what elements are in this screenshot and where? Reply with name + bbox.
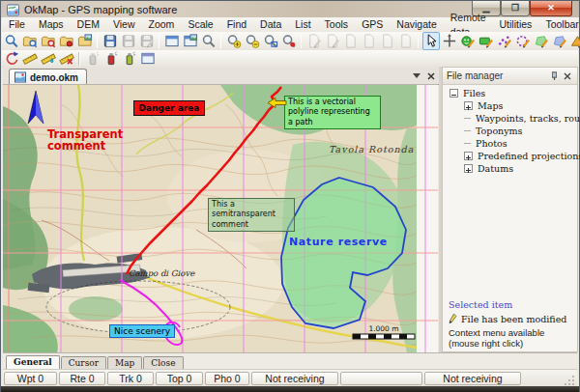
tree-item-predefined-projections[interactable]: Predefined projections xyxy=(443,150,577,162)
menu-tools[interactable]: Tools xyxy=(318,17,356,32)
load-image-button[interactable] xyxy=(76,32,94,50)
copy-button[interactable] xyxy=(163,32,181,50)
zoom-scale-button[interactable] xyxy=(280,32,298,50)
transparent-comment-label[interactable]: Transparent comment xyxy=(47,128,123,153)
map-canvas[interactable]: 1.000 m Campo di Giove Tavola Rotonda Da… xyxy=(3,84,438,353)
panel-close-icon[interactable] xyxy=(561,70,573,82)
load-recent-map-button[interactable] xyxy=(58,32,75,50)
context-menu-hint: Context menu available (mouse right clic… xyxy=(449,327,575,349)
status-bar: Wpt 0Rte 0Trk 0Top 0Pho 0Not receivingNo… xyxy=(3,369,577,387)
menu-navigate[interactable]: Navigate xyxy=(390,17,443,32)
toolbar-separator xyxy=(159,35,160,48)
paste-button[interactable] xyxy=(182,32,199,50)
expand-icon[interactable] xyxy=(464,152,473,160)
menu-zoom[interactable]: Zoom xyxy=(142,17,182,32)
app-window: OkMap - GPS mapping software ▁ ❐ ✕ FileM… xyxy=(0,0,580,392)
menu-scale[interactable]: Scale xyxy=(181,17,219,32)
status-top-0: Top 0 xyxy=(156,372,203,385)
realtime-log-button[interactable] xyxy=(121,49,138,68)
tree-connector xyxy=(464,130,471,131)
new-comment-button[interactable] xyxy=(478,32,495,50)
tree-item-waypoints-tracks-routes[interactable]: Waypoints, tracks, routes xyxy=(443,112,577,125)
preview-button[interactable] xyxy=(200,32,218,50)
zoom-window-button[interactable] xyxy=(262,32,279,50)
resize-grip[interactable] xyxy=(564,374,575,385)
tab-list-dropdown[interactable] xyxy=(410,70,422,82)
tree-item-label: Datums xyxy=(478,163,513,174)
ruler-area-button[interactable] xyxy=(40,49,57,68)
pin-icon[interactable] xyxy=(548,70,561,82)
expand-icon[interactable] xyxy=(464,101,473,110)
nice-scenery-label[interactable]: Nice scenery xyxy=(109,324,175,338)
danger-area-label[interactable]: Danger area xyxy=(133,100,205,116)
vector-polyline-note[interactable]: This is a vectorial polyline representin… xyxy=(284,96,381,129)
modified-status: File has been modified xyxy=(461,314,566,324)
ruler-button[interactable] xyxy=(21,49,39,68)
menu-find[interactable]: Find xyxy=(220,17,253,32)
tree-item-maps[interactable]: Maps xyxy=(443,99,577,112)
tree-item-label: Toponyms xyxy=(476,126,523,136)
map-file-icon xyxy=(14,71,26,83)
new-track-button[interactable] xyxy=(496,32,513,50)
nature-reserve-label[interactable]: Nature reserve xyxy=(289,236,388,248)
tree-item-label: Photos xyxy=(476,138,508,149)
menu-bar: FileMapsDEMViewZoomScaleFindDataListTool… xyxy=(2,17,578,33)
status-empty xyxy=(340,372,422,385)
new-polygon-button[interactable] xyxy=(551,32,568,50)
menu-dem[interactable]: DEM xyxy=(71,17,106,32)
menu-maps[interactable]: Maps xyxy=(32,17,71,32)
menu-toolbar[interactable]: Toolbar xyxy=(538,17,580,32)
ruler-clear-button[interactable] xyxy=(58,49,75,68)
status-trk-0: Trk 0 xyxy=(107,372,154,385)
menu-view[interactable]: View xyxy=(106,17,142,32)
tab-label: demo.okm xyxy=(30,72,78,83)
zoom-out-button[interactable] xyxy=(244,32,261,50)
tree-item-datums[interactable]: Datums xyxy=(443,162,577,175)
grid-config-button[interactable] xyxy=(139,49,157,68)
semitransparent-comment[interactable]: This a semitransparent comment xyxy=(208,198,295,232)
bottom-tab-general[interactable]: General xyxy=(6,355,60,370)
move-point-button[interactable] xyxy=(441,32,458,50)
menu-utilities[interactable]: Utilities xyxy=(493,17,539,32)
pencil-icon xyxy=(449,313,457,324)
tree-item-toponyms[interactable]: Toponyms xyxy=(443,125,577,137)
tree-connector xyxy=(464,118,471,119)
new-route-button[interactable] xyxy=(514,32,532,50)
maximize-button[interactable]: ❐ xyxy=(501,1,530,16)
status-pho-0: Pho 0 xyxy=(205,372,249,385)
bottom-tab-cursor[interactable]: Cursor xyxy=(61,356,106,370)
new-triangle-button[interactable] xyxy=(569,32,580,50)
toolbar-separator xyxy=(301,35,302,48)
bottom-tab-map[interactable]: Map xyxy=(107,356,142,370)
expand-icon[interactable] xyxy=(464,164,473,173)
bottom-tab-bar: GeneralCursorMapClose xyxy=(3,352,577,370)
tree-item-files[interactable]: Files xyxy=(443,87,577,99)
zoom-in-button[interactable] xyxy=(225,32,243,50)
select-button[interactable] xyxy=(422,32,440,50)
tree-item-photos[interactable]: Photos xyxy=(443,137,577,150)
load-map-online-button[interactable] xyxy=(40,32,57,50)
calibrate-button[interactable] xyxy=(3,49,20,68)
window-title: OkMap - GPS mapping software xyxy=(24,4,177,15)
menu-list[interactable]: List xyxy=(288,17,317,32)
file-manager-panel: File manager FilesMapsWaypoints, tracks,… xyxy=(442,67,578,352)
collapse-icon[interactable] xyxy=(450,89,458,98)
file-manager-header: File manager xyxy=(443,68,577,85)
toolbar-separator xyxy=(418,35,419,48)
toolbar-edit xyxy=(2,50,578,68)
open-map-button[interactable] xyxy=(3,32,20,50)
download-gps-button[interactable] xyxy=(102,49,120,68)
menu-gps[interactable]: GPS xyxy=(355,17,390,32)
menu-file[interactable]: File xyxy=(2,17,32,32)
upload-gps-button xyxy=(84,49,102,68)
load-map-file-button[interactable] xyxy=(21,32,39,50)
bottom-tab-close[interactable]: Close xyxy=(143,356,183,370)
tab-demo-okm[interactable]: demo.okm xyxy=(9,69,87,85)
tree-connector xyxy=(464,143,471,144)
menu-data[interactable]: Data xyxy=(253,17,288,32)
close-button[interactable]: ✕ xyxy=(530,1,572,16)
new-area-button[interactable] xyxy=(533,32,550,50)
tab-close-icon[interactable] xyxy=(424,70,437,82)
save-button[interactable] xyxy=(102,32,119,50)
new-waypoint-button[interactable] xyxy=(459,32,477,50)
